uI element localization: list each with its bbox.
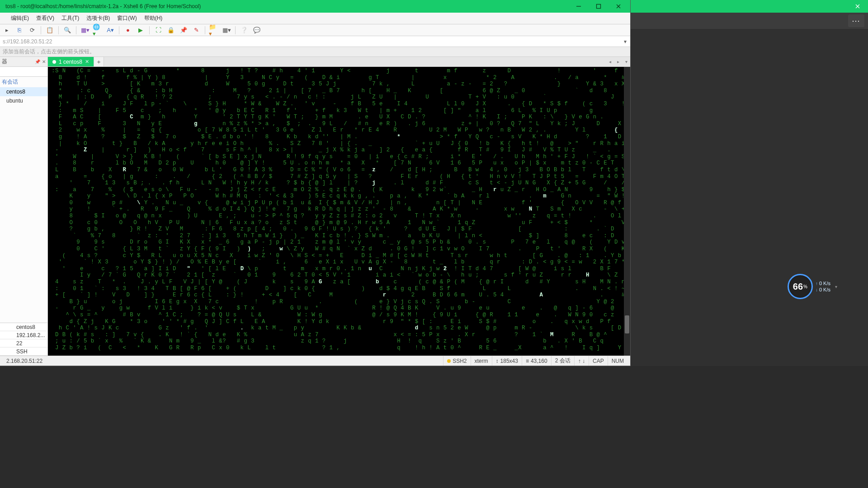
menu-edit[interactable]: 编辑(E)	[7, 13, 33, 24]
font-icon[interactable]: A▾	[105, 26, 115, 35]
tree-item-ubuntu[interactable]: ubuntu	[0, 96, 47, 105]
outer-titlebar	[631, 0, 868, 13]
arrow-down-icon: ↓	[816, 287, 818, 292]
terminal-scrollbar[interactable]	[624, 67, 630, 356]
pin-icon[interactable]: 📌	[179, 26, 189, 35]
status-term: xterm	[471, 356, 492, 366]
prop-val: 22	[14, 340, 47, 347]
status-size-text: 185x43	[500, 358, 518, 364]
chat-icon[interactable]: 💬	[252, 26, 262, 35]
arrow-up-icon: ↑	[816, 281, 818, 286]
menu-tools[interactable]: 工具(T)	[58, 13, 83, 24]
content-row: 器 📌 ✕ 🔍 有会话 centos8 ubuntu	[0, 57, 630, 356]
status-proto: SSH2	[443, 356, 470, 366]
titlebar[interactable]: tos8 - root@localhost:/home/linshi/cmatr…	[0, 0, 630, 13]
new-session-icon[interactable]: ▸	[2, 26, 12, 35]
tab-label: 1 centos8	[59, 59, 82, 65]
close-icon[interactable]: ✕	[42, 59, 46, 64]
pin-icon[interactable]: 📌	[35, 59, 40, 64]
tab-next-icon[interactable]: ▸	[614, 57, 622, 66]
menu-help[interactable]: 帮助(H)	[141, 13, 166, 24]
session-tree[interactable]: 有会话 centos8 ubuntu	[0, 77, 47, 323]
sidebar-title: 器	[2, 58, 7, 66]
more-icon[interactable]: ⋯	[848, 14, 864, 27]
folder-icon[interactable]: 📁▾	[209, 26, 219, 35]
tile-icon[interactable]: ▦▾	[222, 26, 231, 35]
status-dot-icon	[447, 359, 451, 363]
sidebar-header: 器 📌 ✕	[0, 57, 47, 67]
copy-icon[interactable]: 📋	[45, 26, 55, 35]
status-bytes-text: 43,160	[531, 358, 547, 364]
tab-menu-icon[interactable]: ▾	[622, 57, 630, 66]
address-dropdown-icon[interactable]: ▾	[620, 37, 630, 47]
net-speed-widget[interactable]: 66% ↑0 K/s ↓0 K/s ▾	[788, 274, 837, 299]
separator	[235, 26, 236, 34]
reconnect-icon[interactable]: ⟳	[27, 26, 37, 35]
separator	[119, 26, 119, 34]
terminal[interactable]: :S N (C = - s L d - G * 8 j ! T ? # h 4 …	[48, 67, 630, 356]
tab-close-icon[interactable]: ✕	[85, 59, 89, 65]
paste-icon[interactable]: ▦▾	[80, 26, 90, 35]
status-proto-text: SSH2	[453, 358, 467, 364]
svg-rect-1	[597, 5, 601, 9]
prop-val: SSH	[14, 348, 47, 355]
hint-bar: 添加当前会话，点击左侧的箭头按钮。	[0, 47, 630, 57]
sidebar-search: 🔍	[0, 67, 47, 77]
status-indicator-icons: ↑ ↓	[574, 356, 589, 366]
play-icon[interactable]: ▶	[136, 26, 146, 35]
maximize-button[interactable]	[589, 0, 609, 13]
net-percent: 66	[793, 282, 803, 292]
central-area: 1 centos8 ✕ ＋ ◂ ▸ ▾ :S N (C = - s L d - …	[48, 57, 630, 356]
brush-icon[interactable]: ✎	[191, 26, 201, 35]
minimize-button[interactable]	[569, 0, 589, 13]
new-tab-button[interactable]: ＋	[94, 57, 104, 66]
separator	[58, 26, 59, 34]
globe-icon[interactable]: 🌐▾	[93, 26, 103, 35]
status-num: NUM	[608, 356, 627, 366]
menu-window[interactable]: 窗口(W)	[113, 13, 140, 24]
right-panel: ⋯ 66% ↑0 K/s ↓0 K/s ▾	[631, 0, 868, 366]
net-down: 0 K/s	[819, 287, 830, 292]
property-table: centos8 192.168.2... 22 SSH	[0, 323, 47, 356]
menu-view[interactable]: 查看(V)	[33, 13, 58, 24]
outer-close-button[interactable]	[847, 0, 868, 13]
tab-centos8[interactable]: 1 centos8 ✕	[48, 57, 94, 66]
lock-icon[interactable]: 🔒	[166, 26, 176, 35]
close-button[interactable]	[609, 0, 628, 13]
table-row: 22	[0, 339, 47, 347]
chevron-down-icon[interactable]: ▾	[835, 284, 837, 289]
separator	[41, 26, 41, 34]
table-row: SSH	[0, 347, 47, 356]
find-icon[interactable]: 🔍	[62, 26, 72, 35]
record-icon[interactable]: ●	[123, 26, 133, 35]
help-icon[interactable]: ❔	[239, 26, 249, 35]
addressbar: ▾	[0, 36, 630, 47]
net-speeds: ↑0 K/s ↓0 K/s	[816, 281, 830, 292]
prop-val: centos8	[14, 324, 47, 330]
status-dot-icon	[52, 60, 56, 64]
fullscreen-icon[interactable]: ⛶	[153, 26, 163, 35]
window-title: tos8 - root@localhost:/home/linshi/cmatr…	[2, 3, 569, 9]
menubar: 编辑(E) 查看(V) 工具(T) 选项卡(B) 窗口(W) 帮助(H)	[0, 13, 630, 24]
separator	[76, 26, 76, 34]
terminal-output: :S N (C = - s L d - G * 8 j ! T ? # h 4 …	[48, 67, 624, 356]
open-session-icon[interactable]: ⎘	[14, 26, 24, 35]
session-sidebar: 器 📌 ✕ 🔍 有会话 centos8 ubuntu	[0, 57, 48, 356]
status-caps: CAP	[589, 356, 608, 366]
table-row: centos8	[0, 323, 47, 331]
tabstrip: 1 centos8 ✕ ＋ ◂ ▸ ▾	[48, 57, 630, 67]
menu-file[interactable]	[0, 13, 7, 24]
address-input[interactable]	[0, 36, 620, 47]
outer-toolbar: ⋯	[631, 13, 868, 29]
hint-text: 添加当前会话，点击左侧的箭头按钮。	[3, 48, 95, 56]
status-host: 2.168.20.51:22	[3, 356, 443, 366]
status-size: ↕ 185x43	[492, 356, 522, 366]
tree-root[interactable]: 有会话	[0, 77, 47, 87]
menu-tabs[interactable]: 选项卡(B)	[83, 13, 113, 24]
scrollbar-thumb[interactable]	[625, 315, 629, 333]
tab-prev-icon[interactable]: ◂	[606, 57, 614, 66]
tree-item-centos8[interactable]: centos8	[0, 87, 47, 96]
toolbar: ▸ ⎘ ⟳ 📋 🔍 ▦▾ 🌐▾ A▾ ● ▶ ⛶ 🔒 📌 ✎ 📁▾ ▦▾ ❔ 💬	[0, 24, 630, 36]
prop-val: 192.168.2...	[14, 332, 47, 338]
net-percent-circle: 66%	[788, 274, 813, 299]
